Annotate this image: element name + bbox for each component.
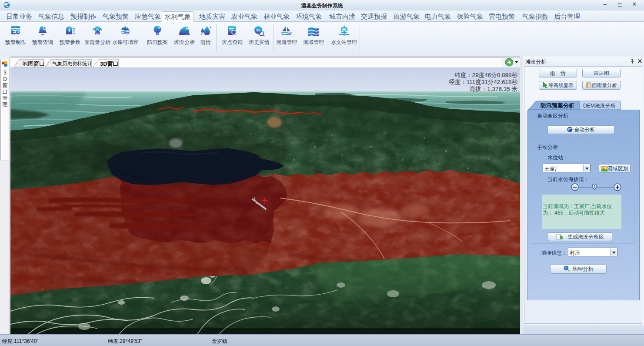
svg-text:防汛预案分析: 防汛预案分析 <box>541 102 574 109</box>
svg-text:地图窗口: 地图窗口 <box>22 60 45 67</box>
svg-text:气象历史资料统计: 气象历史资料统计 <box>52 61 93 66</box>
svg-text:海拔：1,376.35 米: 海拔：1,376.35 米 <box>470 86 517 92</box>
svg-text:DEM淹没分析: DEM淹没分析 <box>583 103 616 109</box>
svg-text:3D窗口: 3D窗口 <box>100 60 119 67</box>
svg-text:纬度：29度46分0.898秒: 纬度：29度46分0.898秒 <box>454 72 517 78</box>
svg-text:经度：111度31分42.618秒: 经度：111度31分42.618秒 <box>449 79 517 85</box>
